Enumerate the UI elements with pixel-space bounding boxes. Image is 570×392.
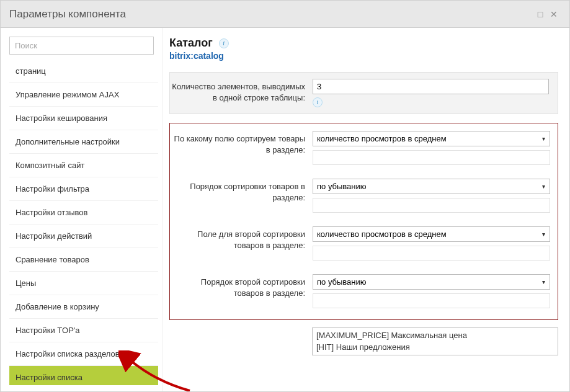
elements-per-row-input[interactable]	[313, 79, 549, 94]
sidebar-item[interactable]: Настройки кеширования	[9, 107, 158, 130]
close-icon[interactable]: ✕	[547, 7, 561, 21]
sidebar-item[interactable]: Дополнительные настройки	[9, 130, 158, 154]
listbox-option[interactable]: [MAXIMUM_PRICE] Максимальная цена	[313, 329, 558, 342]
titlebar: Параметры компонента □ ✕	[1, 1, 569, 28]
field-label: Количество элементов, выводимых в одной …	[170, 79, 313, 104]
spacer	[169, 327, 312, 355]
page-title: Каталог	[169, 37, 213, 50]
sidebar-item[interactable]: страниц	[9, 60, 158, 83]
component-params-window: Параметры компонента □ ✕ страниц Управле…	[0, 0, 570, 392]
sort2-order-extra-input[interactable]	[313, 293, 550, 308]
listbox-option[interactable]: [HIT] Наши предложения	[313, 341, 558, 354]
sort1-field-select[interactable]: количество просмотров в среднем	[313, 131, 550, 146]
main-panel[interactable]: Каталог i bitrix:catalog Количество элем…	[163, 28, 569, 391]
sidebar-item[interactable]: Композитный сайт	[9, 154, 158, 177]
search-input[interactable]	[9, 37, 154, 55]
sidebar-item[interactable]: Настройки фильтра	[9, 177, 158, 201]
maximize-icon[interactable]: □	[533, 7, 547, 21]
sidebar-item[interactable]: Сравнение товаров	[9, 248, 158, 272]
sidebar-item[interactable]: Цены	[9, 272, 158, 295]
sidebar: страниц Управление режимом AJAX Настройк…	[1, 28, 163, 391]
sort1-order-extra-input[interactable]	[313, 198, 550, 213]
sort1-order-select[interactable]: по убыванию	[313, 179, 550, 194]
sidebar-item[interactable]: Добавление в корзину	[9, 295, 158, 319]
window-body: страниц Управление режимом AJAX Настройк…	[1, 28, 569, 391]
sidebar-item[interactable]: Настройки TOP'а	[9, 319, 158, 342]
sidebar-list[interactable]: страниц Управление режимом AJAX Настройк…	[9, 60, 158, 385]
window-title: Параметры компонента	[9, 8, 533, 20]
field-label: Порядок сортировки товаров в разделе:	[170, 179, 313, 203]
field-label: Поле для второй сортировки товаров в раз…	[170, 226, 313, 251]
sidebar-item-active[interactable]: Настройки списка	[9, 366, 158, 385]
sidebar-item[interactable]: Настройки списка разделов	[9, 342, 158, 366]
sort2-field-select[interactable]: количество просмотров в среднем	[313, 226, 550, 242]
sidebar-item[interactable]: Настройки действий	[9, 225, 158, 248]
field-label: По какому полю сортируем товары в раздел…	[170, 131, 313, 156]
info-icon[interactable]: i	[219, 38, 229, 48]
sort1-field-extra-input[interactable]	[313, 150, 550, 165]
highlighted-sort-settings: По какому полю сортируем товары в раздел…	[169, 123, 558, 320]
info-icon[interactable]: i	[313, 97, 323, 107]
properties-listbox[interactable]: [MAXIMUM_PRICE] Максимальная цена [HIT] …	[312, 327, 558, 355]
sort2-order-select[interactable]: по убыванию	[313, 274, 550, 290]
sidebar-item[interactable]: Управление режимом AJAX	[9, 83, 158, 107]
elements-per-row-block: Количество элементов, выводимых в одной …	[169, 72, 558, 114]
component-name: bitrix:catalog	[169, 51, 558, 61]
sidebar-item[interactable]: Настройки отзывов	[9, 201, 158, 225]
sort2-field-extra-input[interactable]	[313, 246, 550, 261]
field-label: Порядок второй сортировки товаров в разд…	[170, 274, 313, 299]
